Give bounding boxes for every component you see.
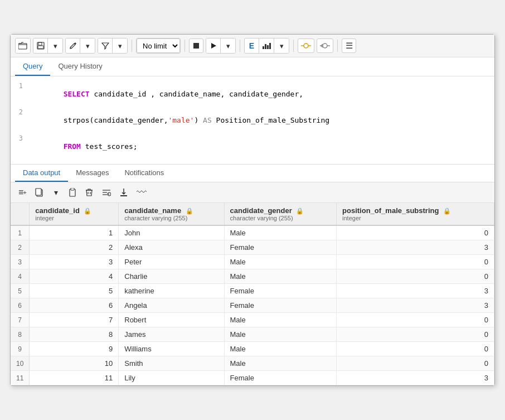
table-row: 44CharlieMale0 xyxy=(11,269,494,284)
col-header-position[interactable]: position_of_male_substring 🔒 integer xyxy=(337,203,494,225)
commit-btn[interactable] xyxy=(298,38,314,53)
cell-candidate-gender: Male xyxy=(224,327,337,342)
svg-rect-4 xyxy=(193,43,199,49)
cell-candidate-id: 5 xyxy=(30,284,119,298)
sql-content-3: FROM test_scores; xyxy=(28,134,138,159)
limit-select[interactable]: No limit 100 500 1000 xyxy=(137,38,180,53)
cell-candidate-gender: Male xyxy=(224,269,337,284)
svg-point-13 xyxy=(323,44,327,48)
paste-btn[interactable] xyxy=(65,185,80,200)
cell-candidate-gender: Male xyxy=(224,255,337,269)
table-row: 1111LilyFemale3 xyxy=(11,371,494,385)
cell-candidate-id: 1 xyxy=(30,225,119,240)
line-num-3: 3 xyxy=(11,134,28,142)
copy-btn[interactable] xyxy=(32,185,46,200)
cell-candidate-id: 8 xyxy=(30,327,119,342)
run-dropdown-btn[interactable]: ▾ xyxy=(221,38,235,53)
main-window: ▾ ▾ ▾ No limit 100 xyxy=(10,34,495,386)
svg-rect-9 xyxy=(269,43,271,49)
svg-rect-19 xyxy=(71,188,74,190)
run-btn[interactable] xyxy=(206,38,221,53)
save-dropdown-btn[interactable]: ▾ xyxy=(48,38,62,53)
limit-group: No limit 100 500 1000 xyxy=(136,38,181,54)
row-number: 9 xyxy=(11,342,30,356)
file-btn-group xyxy=(15,38,31,54)
filter-btn[interactable] xyxy=(98,38,113,53)
sep4 xyxy=(293,40,294,52)
cell-candidate-gender: Female xyxy=(224,298,337,313)
explain-analyze-btn[interactable] xyxy=(259,38,274,53)
tab-notifications[interactable]: Notifications xyxy=(116,165,172,182)
filter-btn-group: ▾ xyxy=(98,38,128,54)
line-num-1: 1 xyxy=(11,82,28,90)
tab-query-history[interactable]: Query History xyxy=(50,57,110,76)
save-btn[interactable] xyxy=(33,38,48,53)
explain-btn[interactable]: E xyxy=(245,38,259,53)
sep1 xyxy=(132,40,132,52)
row-number: 3 xyxy=(11,255,30,269)
cell-candidate-name: Williams xyxy=(119,342,224,356)
table-row: 11JohnMale0 xyxy=(11,225,494,240)
output-tabs-bar: Data output Messages Notifications xyxy=(11,165,494,182)
cell-candidate-gender: Male xyxy=(224,313,337,327)
tab-data-output[interactable]: Data output xyxy=(15,165,68,182)
cell-position: 3 xyxy=(337,298,494,313)
cell-position: 0 xyxy=(337,255,494,269)
tab-query[interactable]: Query xyxy=(15,57,50,76)
sql-content-2: strpos(candidate_gender,'male') AS Posit… xyxy=(28,108,329,133)
cell-candidate-id: 4 xyxy=(30,269,119,284)
filter-dropdown-btn[interactable]: ▾ xyxy=(113,38,127,53)
table-body: 11JohnMale022AlexaFemale333PeterMale044C… xyxy=(11,225,494,385)
download-btn[interactable] xyxy=(116,185,131,200)
svg-marker-5 xyxy=(211,43,216,49)
svg-rect-3 xyxy=(38,46,43,49)
cell-position: 3 xyxy=(337,240,494,255)
sql-line-1: 1 SELECT candidate_id , candidate_name, … xyxy=(11,81,494,107)
rollback-btn[interactable] xyxy=(317,38,333,53)
sql-editor[interactable]: 1 SELECT candidate_id , candidate_name, … xyxy=(11,76,494,165)
row-number: 7 xyxy=(11,313,30,327)
chart-btn[interactable]: 〰 xyxy=(133,185,150,200)
tab-messages[interactable]: Messages xyxy=(68,165,116,182)
edit-btn[interactable] xyxy=(66,38,80,53)
data-table: candidate_id 🔒 integer candidate_name 🔒 … xyxy=(11,203,494,385)
table-row: 88JamesMale0 xyxy=(11,327,494,342)
cell-candidate-gender: Male xyxy=(224,342,337,356)
row-number: 11 xyxy=(11,371,30,385)
cell-candidate-name: katherine xyxy=(119,284,224,298)
data-toolbar: ≡+ ▾ xyxy=(11,182,494,203)
svg-point-10 xyxy=(304,44,308,48)
cell-position: 0 xyxy=(337,342,494,356)
sql-content-1: SELECT candidate_id , candidate_name, ca… xyxy=(28,81,303,107)
row-number: 1 xyxy=(11,225,30,240)
cell-candidate-name: Lily xyxy=(119,371,224,385)
col-header-candidate-name[interactable]: candidate_name 🔒 character varying (255) xyxy=(119,203,224,225)
cell-position: 0 xyxy=(337,225,494,240)
menu-btn[interactable]: ☰ xyxy=(342,38,356,53)
explain-dropdown-btn[interactable]: ▾ xyxy=(274,38,289,53)
cell-candidate-name: Alexa xyxy=(119,240,224,255)
open-file-btn[interactable] xyxy=(16,38,30,53)
save-btn-group: ▾ xyxy=(33,38,63,54)
table-row: 22AlexaFemale3 xyxy=(11,240,494,255)
copy-dropdown-btn[interactable]: ▾ xyxy=(48,185,63,200)
col-header-candidate-id[interactable]: candidate_id 🔒 integer xyxy=(30,203,119,225)
cell-candidate-id: 2 xyxy=(30,240,119,255)
cell-candidate-gender: Female xyxy=(224,284,337,298)
add-row-btn[interactable]: ≡+ xyxy=(15,185,30,200)
stop-btn[interactable] xyxy=(189,38,203,53)
cell-candidate-id: 3 xyxy=(30,255,119,269)
delete-row-btn[interactable] xyxy=(82,185,96,200)
edit-dropdown-btn[interactable]: ▾ xyxy=(80,38,95,53)
cell-candidate-id: 11 xyxy=(30,371,119,385)
cell-candidate-name: James xyxy=(119,327,224,342)
table-row: 55katherineFemale3 xyxy=(11,284,494,298)
explain-btn-group: E ▾ xyxy=(244,38,289,54)
table-row: 99WilliamsMale0 xyxy=(11,342,494,356)
col-header-candidate-gender[interactable]: candidate_gender 🔒 character varying (25… xyxy=(224,203,337,225)
filter-data-btn[interactable] xyxy=(99,185,114,200)
table-row: 77RobertMale0 xyxy=(11,313,494,327)
sep3 xyxy=(240,40,240,52)
edit-btn-group: ▾ xyxy=(65,38,95,54)
table-row: 33PeterMale0 xyxy=(11,255,494,269)
